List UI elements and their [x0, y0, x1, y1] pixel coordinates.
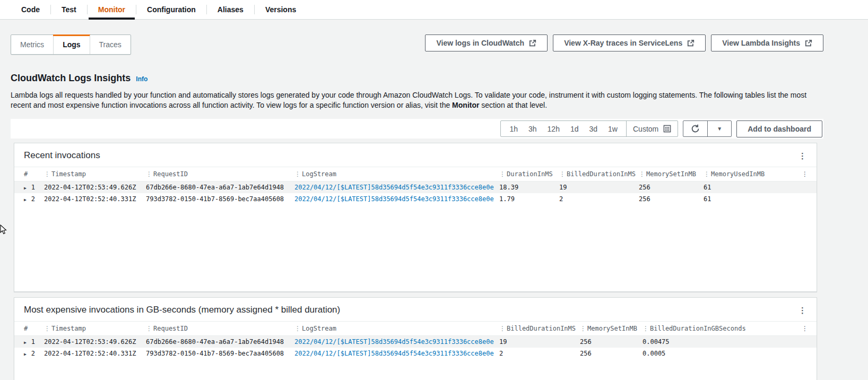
view-logs-cloudwatch-label: View logs in CloudWatch — [436, 39, 524, 47]
widget-menu-icon[interactable]: ⋮ — [798, 306, 807, 314]
view-lambda-insights-label: View Lambda Insights — [722, 39, 800, 47]
add-to-dashboard-button[interactable]: Add to dashboard — [736, 120, 822, 137]
tab-test[interactable]: Test — [51, 0, 87, 19]
column-menu-icon: ⋮ — [44, 325, 50, 332]
column-header-durationinms[interactable]: ⋮DurationInMS — [499, 167, 559, 182]
subtab-metrics[interactable]: Metrics — [11, 35, 53, 54]
time-range-toolbar: 1h 3h 12h 1d 3d 1w Custom ▼ Add to dashb… — [11, 119, 823, 139]
column-settings-icon[interactable]: ⋮ — [802, 170, 808, 178]
view-xray-servicelens-button[interactable]: View X-Ray traces in ServiceLens — [553, 34, 706, 51]
range-1w[interactable]: 1w — [603, 125, 623, 133]
view-logs-cloudwatch-button[interactable]: View logs in CloudWatch — [425, 34, 548, 51]
row-expander-icon[interactable]: ▶ — [24, 352, 27, 357]
column-menu-icon: ⋮ — [44, 170, 50, 178]
column-menu-icon: ⋮ — [580, 325, 586, 332]
range-custom[interactable]: Custom — [626, 121, 678, 136]
column-header-timestamp[interactable]: ⋮Timestamp — [44, 322, 146, 336]
mouse-cursor — [0, 224, 7, 235]
column-header-memorysetinmb[interactable]: ⋮MemorySetInMB — [639, 167, 704, 182]
expensive-invocations-panel: Most expensive invocations in GB-seconds… — [14, 297, 817, 380]
range-1h[interactable]: 1h — [504, 125, 523, 133]
column-menu-icon: ⋮ — [643, 325, 649, 332]
row-expander-icon[interactable]: ▶ — [24, 197, 27, 202]
column-header-memorysetinmb[interactable]: ⋮MemorySetInMB — [580, 322, 643, 336]
column-menu-icon: ⋮ — [499, 170, 506, 178]
column-header-memoryusedinmb[interactable]: ⋮MemoryUsedInMB — [704, 167, 783, 182]
info-link[interactable]: Info — [136, 75, 147, 83]
tab-versions[interactable]: Versions — [255, 0, 307, 19]
chevron-down-icon: ▼ — [717, 126, 722, 132]
tab-code[interactable]: Code — [11, 0, 50, 19]
logstream-link[interactable]: 2022/04/12/[$LATEST]58d35694d5f54e3c9311… — [294, 338, 494, 346]
view-xray-servicelens-label: View X-Ray traces in ServiceLens — [564, 39, 682, 47]
column-header-requestid[interactable]: ⋮RequestID — [146, 167, 294, 182]
table-row: ▶2 2022-04-12T02:52:40.331Z 793d3782-015… — [14, 348, 817, 359]
refresh-icon — [691, 124, 700, 133]
monitor-content: Metrics Logs Traces View logs in CloudWa… — [0, 20, 868, 380]
insights-description: Lambda logs all requests handled by your… — [11, 90, 823, 110]
column-menu-icon: ⋮ — [294, 325, 301, 332]
external-link-icon — [805, 39, 812, 47]
column-menu-icon: ⋮ — [499, 325, 506, 332]
external-link-icon — [687, 39, 695, 47]
expensive-invocations-table: # ⋮Timestamp ⋮RequestID ⋮LogStream ⋮Bill… — [14, 321, 817, 359]
logstream-link[interactable]: 2022/04/12/[$LATEST]58d35694d5f54e3c9311… — [294, 184, 494, 191]
tab-monitor[interactable]: Monitor — [88, 0, 136, 19]
monitoring-subtabs: Metrics Logs Traces — [11, 34, 131, 55]
recent-invocations-title: Recent invocations — [24, 150, 100, 161]
column-header-num[interactable]: # — [14, 322, 44, 336]
range-1d[interactable]: 1d — [565, 125, 584, 133]
column-settings-icon[interactable]: ⋮ — [802, 325, 808, 332]
range-custom-label: Custom — [633, 125, 658, 133]
column-menu-icon: ⋮ — [704, 170, 710, 178]
widget-menu-icon[interactable]: ⋮ — [798, 152, 807, 160]
refresh-button[interactable] — [683, 121, 707, 136]
logstream-link[interactable]: 2022/04/12/[$LATEST]58d35694d5f54e3c9311… — [294, 350, 494, 357]
logstream-link[interactable]: 2022/04/12/[$LATEST]58d35694d5f54e3c9311… — [294, 195, 494, 203]
row-expander-icon[interactable]: ▶ — [24, 186, 27, 191]
table-row: ▶2 2022-04-12T02:52:40.331Z 793d3782-015… — [14, 193, 817, 205]
refresh-split-button: ▼ — [683, 120, 732, 137]
column-menu-icon: ⋮ — [146, 325, 152, 332]
subtab-traces[interactable]: Traces — [90, 35, 131, 54]
tab-aliases[interactable]: Aliases — [207, 0, 254, 19]
column-header-logstream[interactable]: ⋮LogStream — [294, 322, 499, 336]
expensive-invocations-title: Most expensive invocations in GB-seconds… — [24, 305, 340, 315]
add-to-dashboard-label: Add to dashboard — [748, 125, 811, 133]
page-title: CloudWatch Logs Insights — [11, 73, 131, 84]
column-header-num[interactable]: # — [14, 167, 44, 182]
table-row: ▶1 2022-04-12T02:53:49.626Z 67db266e-868… — [14, 182, 817, 194]
column-menu-icon: ⋮ — [294, 170, 301, 178]
refresh-options-button[interactable]: ▼ — [707, 121, 731, 136]
column-menu-icon: ⋮ — [639, 170, 645, 178]
time-range-control: 1h 3h 12h 1d 3d 1w Custom — [500, 120, 678, 137]
column-header-billeddurationinms[interactable]: ⋮BilledDurationInMS — [559, 167, 639, 182]
recent-invocations-table: # ⋮Timestamp ⋮RequestID ⋮LogStream ⋮Dura… — [14, 167, 817, 205]
range-12h[interactable]: 12h — [542, 125, 565, 133]
column-header-timestamp[interactable]: ⋮Timestamp — [44, 167, 146, 182]
column-header-logstream[interactable]: ⋮LogStream — [294, 167, 499, 182]
range-3h[interactable]: 3h — [523, 125, 542, 133]
range-3d[interactable]: 3d — [584, 125, 603, 133]
column-menu-icon: ⋮ — [559, 170, 566, 178]
recent-invocations-panel: Recent invocations ⋮ # ⋮Timestamp ⋮Reque… — [14, 143, 817, 292]
external-link-icon — [529, 39, 536, 47]
column-header-requestid[interactable]: ⋮RequestID — [146, 322, 294, 336]
function-tab-bar: Code Test Monitor Configuration Aliases … — [0, 0, 868, 20]
row-expander-icon[interactable]: ▶ — [24, 340, 27, 345]
column-header-billeddurationingbseconds[interactable]: ⋮BilledDurationInGBSeconds — [643, 322, 778, 336]
view-lambda-insights-button[interactable]: View Lambda Insights — [711, 34, 823, 51]
column-header-billeddurationinms[interactable]: ⋮BilledDurationInMS — [499, 322, 580, 336]
tab-configuration[interactable]: Configuration — [136, 0, 206, 19]
calendar-icon — [663, 125, 671, 133]
column-menu-icon: ⋮ — [146, 170, 152, 178]
table-row: ▶1 2022-04-12T02:53:49.626Z 67db266e-868… — [14, 336, 817, 348]
subtab-logs[interactable]: Logs — [53, 35, 89, 54]
